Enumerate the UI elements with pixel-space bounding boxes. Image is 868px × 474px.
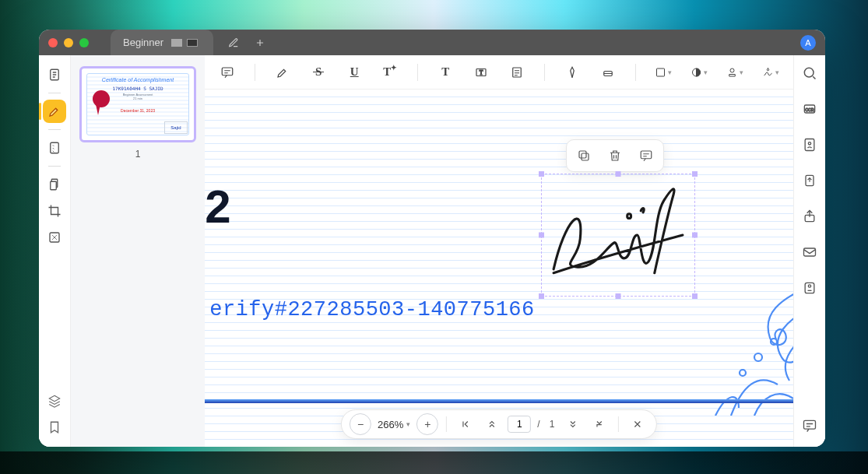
tab-page-dark-icon xyxy=(187,39,198,47)
signature-selection[interactable] xyxy=(541,174,695,297)
svg-rect-29 xyxy=(804,420,816,429)
titlebar: Beginner A xyxy=(39,30,825,55)
copy-button[interactable] xyxy=(570,143,598,168)
page-input[interactable] xyxy=(508,416,531,433)
svg-text:T: T xyxy=(480,69,483,76)
signature-preview: Sajid xyxy=(164,121,188,134)
resize-handle-bm[interactable] xyxy=(616,293,621,299)
comment-button[interactable] xyxy=(632,143,660,168)
svg-rect-1 xyxy=(51,142,59,153)
mail-icon[interactable] xyxy=(799,242,820,262)
document-tool-icon[interactable] xyxy=(43,63,66,86)
strikethrough-tool-icon[interactable]: S xyxy=(310,64,327,81)
svg-point-12 xyxy=(730,68,734,72)
svg-rect-10 xyxy=(657,68,665,76)
svg-point-19 xyxy=(804,68,814,77)
page-thumbnail[interactable]: Certificate of Accomplishment 17K91A04H4… xyxy=(79,66,196,142)
signature-drawing xyxy=(542,174,694,296)
new-tab-button[interactable] xyxy=(254,37,266,49)
resize-handle-tm[interactable] xyxy=(616,171,621,177)
tab-label: Beginner xyxy=(123,37,163,48)
delete-button[interactable] xyxy=(601,143,629,168)
app-window: Beginner A xyxy=(39,30,825,447)
crop-tool-icon[interactable] xyxy=(43,199,66,223)
bookmark-icon[interactable] xyxy=(43,416,66,439)
document-tab[interactable]: Beginner xyxy=(111,30,213,55)
thumbnail-page-number: 1 xyxy=(135,149,141,160)
last-page-button[interactable] xyxy=(589,413,610,435)
stamp-tool-icon[interactable]: ▾ xyxy=(726,64,743,81)
svg-rect-14 xyxy=(579,151,586,158)
underline-tool-icon[interactable]: U xyxy=(346,64,363,81)
user-avatar[interactable]: A xyxy=(800,35,816,51)
shape-tool-icon[interactable]: ▾ xyxy=(655,64,672,81)
resize-handle-ml[interactable] xyxy=(539,233,544,238)
svg-rect-26 xyxy=(804,248,816,256)
layers-icon[interactable] xyxy=(43,389,66,413)
svg-rect-5 xyxy=(222,68,233,75)
ocr-icon[interactable]: OCR xyxy=(799,99,820,119)
svg-point-28 xyxy=(808,285,810,287)
highlight-tool-icon[interactable] xyxy=(43,100,66,123)
comment-tool-icon[interactable] xyxy=(219,64,236,81)
eraser-tool-icon[interactable] xyxy=(599,64,617,81)
close-bar-button[interactable] xyxy=(627,413,648,435)
opacity-tool-icon[interactable]: ▾ xyxy=(691,64,708,81)
seal-icon xyxy=(93,90,110,107)
thumbnail-panel: Certificate of Accomplishment 17K91A04H4… xyxy=(71,55,205,447)
edit-tab-icon[interactable] xyxy=(227,37,240,49)
zoom-out-button[interactable]: − xyxy=(350,413,371,435)
search-icon[interactable] xyxy=(799,63,820,83)
close-window-button[interactable] xyxy=(48,38,58,47)
note-tool-icon[interactable] xyxy=(508,64,525,81)
signature-tool-icon[interactable]: ▾ xyxy=(762,64,779,81)
minimize-window-button[interactable] xyxy=(64,38,73,47)
resize-handle-bl[interactable] xyxy=(539,293,544,299)
text-box-tool-icon[interactable]: T xyxy=(473,64,490,81)
zoom-navigation-bar: − 266%▾ + / 1 xyxy=(341,409,657,439)
page-baseline xyxy=(205,399,793,403)
next-page-button[interactable] xyxy=(562,413,584,435)
cert-date: December 31, 2023 xyxy=(90,108,185,113)
selection-toolbar xyxy=(566,139,664,172)
text-style-tool-icon[interactable]: T✦ xyxy=(381,64,399,81)
prev-page-button[interactable] xyxy=(481,413,503,435)
resize-handle-tl[interactable] xyxy=(539,171,544,177)
page-tool-icon[interactable] xyxy=(43,173,66,196)
maximize-window-button[interactable] xyxy=(79,38,89,47)
pen-tool-icon[interactable] xyxy=(564,64,581,81)
right-toolbar: OCR xyxy=(793,55,825,447)
year-digit: 2 xyxy=(205,180,230,233)
notes-tool-icon[interactable] xyxy=(43,136,66,160)
svg-point-16 xyxy=(754,353,762,361)
svg-point-17 xyxy=(740,370,746,376)
first-page-button[interactable] xyxy=(455,413,476,435)
annotation-toolbar: S U T✦ T T ▾ ▾ ▾ ▾ xyxy=(205,55,793,90)
annotations-panel-icon[interactable] xyxy=(799,416,820,436)
left-toolbar xyxy=(39,55,71,447)
svg-rect-15 xyxy=(641,151,652,159)
tab-preview-icons xyxy=(171,39,198,47)
verify-text: erify#227285503-140775166 xyxy=(209,298,535,321)
svg-text:OCR: OCR xyxy=(806,107,815,112)
share-icon[interactable] xyxy=(799,206,820,226)
zoom-level[interactable]: 266%▾ xyxy=(376,419,412,430)
resize-handle-mr[interactable] xyxy=(692,233,698,238)
storage-icon[interactable] xyxy=(799,278,820,298)
main-area: S U T✦ T T ▾ ▾ ▾ ▾ 2 erify#227285503-140… xyxy=(205,55,793,447)
cert-title: Certificate of Accomplishment xyxy=(90,77,185,83)
export-icon[interactable] xyxy=(799,170,820,191)
highlighter-tool-icon[interactable] xyxy=(274,64,291,81)
ai-icon[interactable] xyxy=(799,135,820,155)
svg-rect-3 xyxy=(51,181,57,190)
resize-handle-tr[interactable] xyxy=(692,171,698,177)
insert-text-tool-icon[interactable]: T xyxy=(437,64,454,81)
scale-tool-icon[interactable] xyxy=(43,226,66,249)
zoom-in-button[interactable]: + xyxy=(416,413,438,435)
tab-page-light-icon xyxy=(171,39,182,47)
page-sep: / xyxy=(536,419,543,430)
page-total: 1 xyxy=(548,419,558,430)
document-canvas[interactable]: 2 erify#227285503-140775166 xyxy=(205,90,793,447)
svg-point-23 xyxy=(808,142,810,145)
window-controls xyxy=(48,38,89,47)
